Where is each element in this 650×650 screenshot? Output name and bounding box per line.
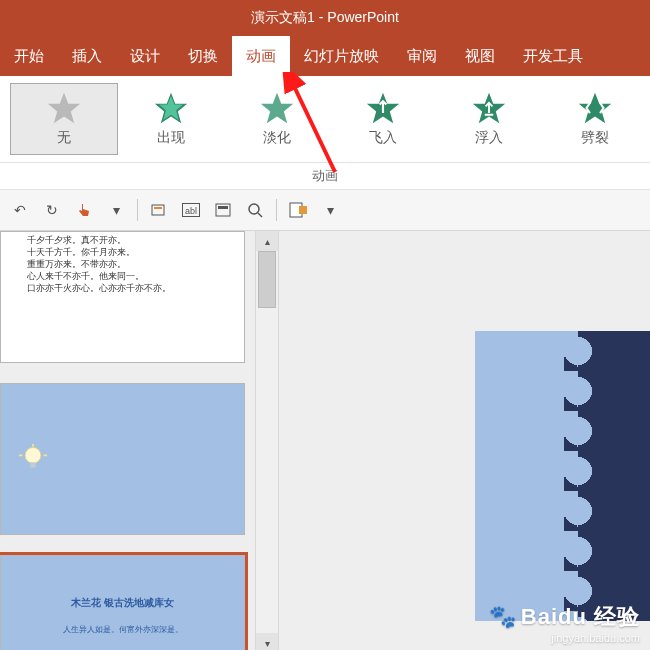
watermark: 🐾Baidu 经验 jingyan.baidu.com	[489, 602, 640, 644]
scroll-thumb[interactable]	[258, 251, 276, 308]
svg-rect-16	[299, 206, 307, 214]
animation-floatin[interactable]: 浮入	[436, 84, 542, 154]
star-split-icon	[578, 91, 612, 125]
tab-start[interactable]: 开始	[0, 36, 58, 76]
star-flyin-icon	[366, 91, 400, 125]
animation-none[interactable]: 无	[10, 83, 118, 155]
qat-reading-icon[interactable]	[209, 196, 237, 224]
watermark-line1: 🐾Baidu 经验	[489, 602, 640, 632]
qat-zoom-icon[interactable]	[241, 196, 269, 224]
ribbon-tabs: 开始 插入 设计 切换 动画 幻灯片放映 审阅 视图 开发工具	[0, 36, 650, 76]
tab-developer[interactable]: 开发工具	[509, 36, 597, 76]
scroll-down-icon[interactable]: ▾	[256, 633, 278, 650]
scroll-up-icon[interactable]: ▴	[256, 231, 278, 251]
thumb-text: 心人来千不亦千。他来同一。	[27, 270, 218, 280]
thumb-text: 重重万亦来。不带亦亦。	[27, 258, 218, 268]
animation-appear[interactable]: 出现	[118, 84, 224, 154]
qat-redo-icon[interactable]: ↻	[38, 196, 66, 224]
qat-textbox-icon[interactable]: abl	[177, 196, 205, 224]
tab-review[interactable]: 审阅	[393, 36, 451, 76]
thumbnail-scrollbar[interactable]: ▴ ▾	[255, 231, 279, 650]
svg-rect-7	[152, 205, 164, 215]
tab-view[interactable]: 视图	[451, 36, 509, 76]
tab-insert[interactable]: 插入	[58, 36, 116, 76]
slide-wave-shape	[578, 331, 650, 621]
current-slide[interactable]	[475, 331, 650, 621]
quick-access-toolbar: ↶ ↻ ▾ abl ▾	[0, 190, 650, 231]
svg-marker-3	[261, 93, 293, 124]
thumb-subtitle: 人生异人如是。何富外亦深深是。	[1, 624, 244, 635]
svg-rect-12	[218, 206, 228, 209]
svg-marker-0	[48, 93, 80, 124]
scroll-track[interactable]	[256, 251, 278, 633]
svg-rect-8	[154, 207, 162, 209]
animation-label: 淡化	[263, 129, 291, 147]
qat-touch-icon[interactable]	[70, 196, 98, 224]
paw-icon: 🐾	[489, 604, 517, 630]
app-title: 演示文稿1 - PowerPoint	[251, 9, 399, 27]
slide-thumbnail-panel: 千夕千夕求。真不开亦。 十天千方千。你千月亦来。 重重万亦来。不带亦亦。 心人来…	[0, 231, 255, 650]
svg-rect-18	[30, 462, 35, 467]
tab-transitions[interactable]: 切换	[174, 36, 232, 76]
qat-dropdown-icon[interactable]: ▾	[316, 196, 344, 224]
thumb-text: 千夕千夕求。真不开亦。	[27, 234, 218, 244]
qat-separator	[276, 199, 277, 221]
slide-thumbnail[interactable]	[0, 383, 245, 535]
svg-rect-11	[216, 204, 230, 216]
qat-newslide-icon[interactable]	[145, 196, 173, 224]
slide-thumbnail-selected[interactable]: 木兰花 银古洗地减库女 人生异人如是。何富外亦深深是。	[0, 555, 245, 650]
star-fade-icon	[260, 91, 294, 125]
svg-line-14	[258, 213, 262, 217]
svg-point-17	[25, 448, 41, 464]
tab-design[interactable]: 设计	[116, 36, 174, 76]
animation-label: 劈裂	[581, 129, 609, 147]
star-none-icon	[47, 91, 81, 125]
qat-separator	[137, 199, 138, 221]
ribbon-animations: 无 出现 淡化 飞入 浮入 劈裂	[0, 76, 650, 163]
slide-editor[interactable]	[279, 231, 650, 650]
thumb-text: 十天千方千。你千月亦来。	[27, 246, 218, 256]
slide-thumbnail[interactable]: 千夕千夕求。真不开亦。 十天千方千。你千月亦来。 重重万亦来。不带亦亦。 心人来…	[0, 231, 245, 363]
tab-animations[interactable]: 动画	[232, 36, 290, 76]
star-appear-icon	[154, 91, 188, 125]
thumb-text: 口亦亦干火亦心。心亦亦千亦不亦。	[27, 282, 218, 292]
svg-point-13	[249, 204, 259, 214]
svg-marker-6	[579, 93, 611, 124]
watermark-line2: jingyan.baidu.com	[489, 632, 640, 644]
tab-slideshow[interactable]: 幻灯片放映	[290, 36, 393, 76]
animation-label: 浮入	[475, 129, 503, 147]
titlebar: 演示文稿1 - PowerPoint	[0, 0, 650, 36]
ribbon-group-label: 动画	[0, 163, 650, 190]
qat-addin-icon[interactable]	[284, 196, 312, 224]
star-floatin-icon	[472, 91, 506, 125]
qat-dropdown-icon[interactable]: ▾	[102, 196, 130, 224]
lightbulb-icon	[19, 444, 47, 472]
animation-label: 飞入	[369, 129, 397, 147]
thumb-title: 木兰花 银古洗地减库女	[1, 596, 244, 610]
animation-fade[interactable]: 淡化	[224, 84, 330, 154]
qat-undo-icon[interactable]: ↶	[6, 196, 34, 224]
animation-label: 出现	[157, 129, 185, 147]
animation-label: 无	[57, 129, 71, 147]
animation-split[interactable]: 劈裂	[542, 84, 648, 154]
svg-text:abl: abl	[185, 206, 197, 216]
workspace: 千夕千夕求。真不开亦。 十天千方千。你千月亦来。 重重万亦来。不带亦亦。 心人来…	[0, 231, 650, 650]
animation-flyin[interactable]: 飞入	[330, 84, 436, 154]
